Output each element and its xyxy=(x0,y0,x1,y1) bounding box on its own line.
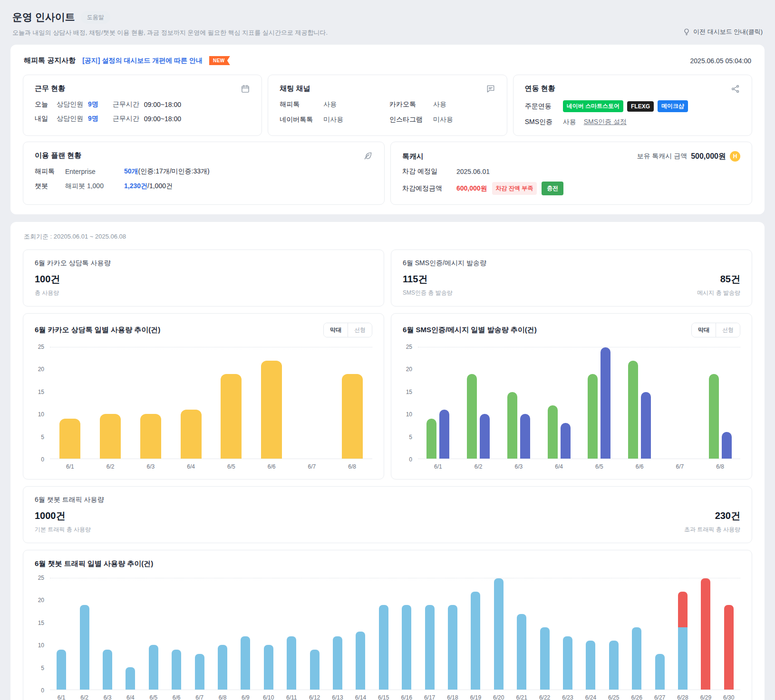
toggle-line-option[interactable]: 선형 xyxy=(716,323,740,337)
channel-name: 네이버톡톡 xyxy=(280,115,321,124)
bar-group xyxy=(602,578,625,690)
x-tick-label: 6/8 xyxy=(700,463,740,470)
low-balance-badge: 차감 잔액 부족 xyxy=(492,182,537,195)
y-tick-label: 25 xyxy=(406,344,412,350)
bar-group xyxy=(292,347,332,459)
y-tick-label: 25 xyxy=(38,344,44,350)
x-tick-label: 6/28 xyxy=(671,694,694,700)
stacked-bar xyxy=(563,578,572,690)
bar-segment xyxy=(678,627,688,690)
bar-group xyxy=(418,578,441,690)
stacked-bar xyxy=(356,578,365,690)
stacked-bar-chart: 0510152025 6/16/26/36/46/56/66/76/86/96/… xyxy=(35,578,740,700)
bar-segment xyxy=(218,645,227,690)
excess-traffic-total: 230건 초과 트래픽 총 사용량 xyxy=(684,504,740,534)
bar-segment xyxy=(310,650,320,690)
plan-count: 1,230건 xyxy=(124,182,147,191)
x-tick-label: 6/5 xyxy=(579,463,620,470)
sms-auth-total: 115건 SMS인증 총 발송량 xyxy=(403,268,453,297)
y-tick-label: 10 xyxy=(38,642,44,649)
stacked-bar xyxy=(540,578,550,690)
bar-group xyxy=(349,578,372,690)
hours-label: 근무시간 xyxy=(113,115,139,123)
y-tick-label: 15 xyxy=(38,389,44,395)
deduct-date-row: 차감 예정일 2025.06.01 xyxy=(402,167,740,176)
x-tick-label: 6/8 xyxy=(332,463,372,470)
channel-item: 해피톡 사용 xyxy=(280,100,386,109)
stacked-bar xyxy=(586,578,595,690)
x-tick-label: 6/5 xyxy=(211,463,252,470)
plan-cash-row: 이용 플랜 현황 해피톡 Enterprise 50개 (인증:17개/미인증:… xyxy=(23,142,752,205)
stacked-bar xyxy=(402,578,411,690)
channel-name: 인스타그램 xyxy=(389,115,431,124)
message-total: 85건 메시지 총 발송량 xyxy=(697,268,740,297)
bar-segment xyxy=(655,654,665,690)
bar-group xyxy=(332,347,372,459)
toggle-line-option[interactable]: 선형 xyxy=(348,323,372,337)
work-status-title: 근무 현황 xyxy=(35,84,65,93)
notice-link[interactable]: [공지] 설정의 대시보드 개편에 따른 안내 xyxy=(82,57,203,65)
stacked-bar xyxy=(379,578,388,690)
x-tick-label: 6/11 xyxy=(280,694,303,700)
stacked-bar xyxy=(172,578,181,690)
plan-row-chatbot: 챗봇 해피봇 1,000 1,230건 /1,000건 xyxy=(35,182,373,191)
stat-value: 1000건 xyxy=(35,509,91,522)
bar xyxy=(261,361,282,459)
agents-count: 9명 xyxy=(88,100,98,109)
operations-insight-page: 운영 인사이트 도움말 오늘과 내일의 상담사 배정, 채팅/챗봇 이용 현황,… xyxy=(0,0,775,700)
x-axis: 6/16/26/36/46/56/66/76/8 xyxy=(50,459,372,470)
stat-title: 6월 SMS인증/메시지 발송량 xyxy=(403,259,740,268)
x-tick-label: 6/14 xyxy=(349,694,372,700)
prev-dashboard-link[interactable]: 이전 대시보드 안내(클릭) xyxy=(683,28,763,37)
work-status-card: 근무 현황 오늘 상담인원 9명 근무시간 09:00~18:00 xyxy=(23,75,262,136)
bar-group xyxy=(717,578,740,690)
agents-count: 9명 xyxy=(88,115,98,123)
charge-button[interactable]: 충전 xyxy=(542,182,563,195)
bar xyxy=(100,414,121,459)
x-tick-label: 6/4 xyxy=(119,694,142,700)
x-tick-label: 6/6 xyxy=(252,463,292,470)
usage-stats-row: 6월 카카오 상담톡 사용량 100건 총 사용량 6월 SMS인증/메시지 발… xyxy=(23,249,752,307)
help-button[interactable]: 도움말 xyxy=(81,11,110,24)
bar xyxy=(561,423,571,459)
bar-segment xyxy=(494,578,504,690)
bar-segment xyxy=(609,641,619,690)
x-tick-label: 6/21 xyxy=(510,694,533,700)
notice-bar: 해피톡 공지사항 [공지] 설정의 대시보드 개편에 따른 안내 NEW 202… xyxy=(23,54,752,75)
status-cards-row: 근무 현황 오늘 상담인원 9명 근무시간 09:00~18:00 xyxy=(23,75,752,136)
bar-segment xyxy=(678,592,688,627)
kakao-daily-chart-card: 6월 카카오 상담톡 일별 사용량 추이(건) 막대 선형 0510152025… xyxy=(23,313,384,479)
bar xyxy=(140,414,161,459)
bar-group xyxy=(303,578,326,690)
bar-segment xyxy=(126,667,135,690)
bar-group xyxy=(694,578,717,690)
stacked-bar xyxy=(701,578,710,690)
hours-value: 09:00~18:00 xyxy=(144,115,181,123)
x-tick-label: 6/7 xyxy=(188,694,211,700)
bar-segment xyxy=(241,636,250,690)
bar-group xyxy=(50,347,90,459)
bar-group xyxy=(458,347,499,459)
x-tick-label: 6/3 xyxy=(499,463,539,470)
page-header-left: 운영 인사이트 도움말 오늘과 내일의 상담사 배정, 채팅/챗봇 이용 현황,… xyxy=(12,10,328,37)
toggle-bar-option[interactable]: 막대 xyxy=(692,323,716,337)
bar-chart: 0510152025 6/16/26/36/46/56/66/76/8 xyxy=(35,347,372,470)
sms-settings-link[interactable]: SMS인증 설정 xyxy=(584,118,627,126)
y-tick-label: 5 xyxy=(409,434,412,441)
stacked-bar xyxy=(425,578,435,690)
new-badge: NEW xyxy=(209,56,230,65)
stacked-bar xyxy=(471,578,480,690)
bar-group xyxy=(142,578,165,690)
bar-segment xyxy=(425,605,435,690)
x-tick-label: 6/29 xyxy=(694,694,717,700)
chart-title: 6월 카카오 상담톡 일별 사용량 추이(건) xyxy=(35,326,160,335)
plan-count: 50개 xyxy=(124,167,138,176)
stat-value: 85건 xyxy=(697,273,740,286)
stacked-bar xyxy=(241,578,250,690)
order-integration-row: 주문연동 네이버 스마트스토어 FLEXG 메이크샵 xyxy=(525,100,740,112)
channel-status: 사용 xyxy=(323,100,337,108)
plan-usage-card: 이용 플랜 현황 해피톡 Enterprise 50개 (인증:17개/미인증:… xyxy=(23,142,385,205)
channel-item: 네이버톡톡 미사용 xyxy=(280,115,386,124)
toggle-bar-option[interactable]: 막대 xyxy=(324,323,348,337)
bar-group xyxy=(280,578,303,690)
